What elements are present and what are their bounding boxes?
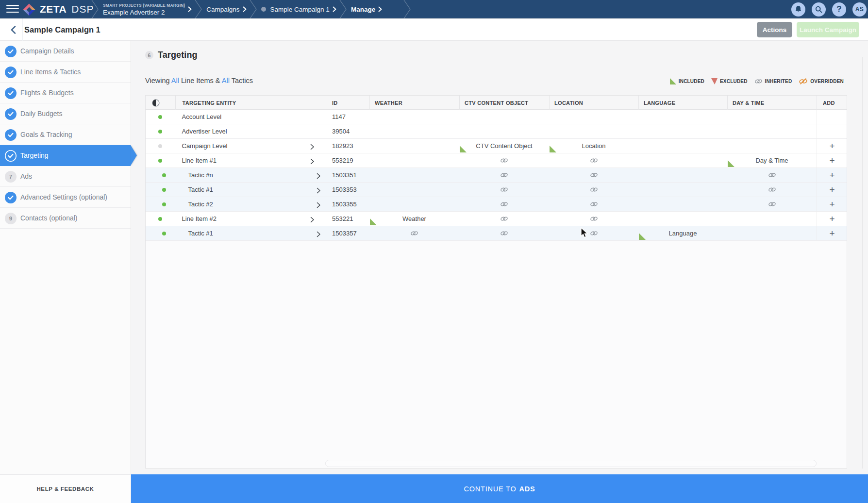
row-id-value: 1503353 <box>332 183 357 197</box>
targeting-cell-location[interactable] <box>549 197 638 211</box>
avatar-initials: AS <box>855 6 864 13</box>
targeting-cell-ctv[interactable] <box>459 197 549 211</box>
sidebar-item-goals-tracking[interactable]: Goals & Tracking <box>0 124 131 145</box>
breadcrumb-item-manage[interactable]: Manage <box>347 0 385 18</box>
row-expand-button[interactable] <box>317 172 321 181</box>
continue-to-ads-button[interactable]: CONTINUE TO ADS <box>131 474 868 503</box>
column-header-id: ID <box>326 96 369 110</box>
sidebar-item-campaign-details[interactable]: Campaign Details <box>0 41 131 62</box>
row-expand-button[interactable] <box>310 216 315 225</box>
sidebar-item-contacts-optional[interactable]: 9Contacts (optional) <box>0 208 131 229</box>
horizontal-scrollbar[interactable] <box>325 460 817 467</box>
status-dot-icon <box>261 7 266 12</box>
column-header-label: WEATHER <box>375 100 402 106</box>
row-status-dot-icon <box>158 159 162 163</box>
sidebar-item-flights-budgets[interactable]: Flights & Budgets <box>0 83 131 103</box>
step-number-badge: 6 <box>145 51 153 59</box>
add-targeting-button[interactable]: + <box>829 229 835 238</box>
targeting-cell-ctv[interactable] <box>459 153 549 168</box>
row-expand-button[interactable] <box>310 143 315 152</box>
column-header-toggle[interactable] <box>146 96 175 110</box>
breadcrumb-item-example-advertiser-2[interactable]: SMART PROJECTS (VARIABLE MARGIN)Example … <box>99 0 195 18</box>
column-header-label: DAY & TIME <box>733 100 764 106</box>
targeting-cell-language <box>638 168 727 182</box>
row-expand-button[interactable] <box>317 231 321 239</box>
launch-campaign-button[interactable]: Launch Campaign <box>797 22 859 37</box>
targeting-cell-ctv[interactable] <box>459 226 549 240</box>
table-row-account-level: Account Level1147 <box>146 110 847 124</box>
step-check-circle <box>5 46 17 57</box>
row-id-value: 553219 <box>332 153 353 168</box>
add-targeting-button[interactable]: + <box>829 200 835 209</box>
table-header-row: TARGETING ENTITYIDWEATHERCTV CONTENT OBJ… <box>146 96 847 110</box>
hamburger-menu-icon[interactable] <box>6 5 19 14</box>
sidebar-item-daily-budgets[interactable]: Daily Budgets <box>0 103 131 124</box>
targeting-cell-ctv[interactable] <box>459 183 549 197</box>
row-id-value: 1503357 <box>332 226 357 240</box>
add-targeting-cell: + <box>817 183 847 197</box>
back-chevron-icon <box>11 26 16 34</box>
filter-all-tactics-link[interactable]: All <box>222 77 230 84</box>
targeting-cell-language <box>638 124 727 138</box>
sidebar-item-label: Line Items & Tactics <box>20 68 81 76</box>
row-expand-button[interactable] <box>310 158 315 167</box>
sidebar-item-ads[interactable]: 7Ads <box>0 166 131 187</box>
add-targeting-button[interactable]: + <box>829 141 835 151</box>
row-id-cell: 1147 <box>326 110 369 124</box>
breadcrumb-item-campaigns[interactable]: Campaigns <box>202 0 249 18</box>
app-screen: ZETA DSP SMART PROJECTS (VARIABLE MARGIN… <box>0 0 868 503</box>
breadcrumb: SMART PROJECTS (VARIABLE MARGIN)Example … <box>91 0 411 18</box>
add-targeting-cell <box>817 110 847 124</box>
add-targeting-button[interactable]: + <box>829 170 835 180</box>
targeting-cell-weather[interactable] <box>369 226 459 240</box>
help-button[interactable]: ? <box>832 2 846 17</box>
targeting-cell-daytime[interactable] <box>727 197 817 211</box>
targeting-cell-location[interactable]: Location <box>549 139 638 153</box>
table-row-line-item-1: Line Item #1553219Day & Time+ <box>146 153 847 168</box>
sidebar-item-label: Flights & Budgets <box>20 89 74 97</box>
breadcrumb-separator <box>403 0 411 18</box>
targeting-cell-location[interactable] <box>549 168 638 182</box>
breadcrumb-separator <box>91 0 99 18</box>
targeting-cell-language <box>638 197 727 211</box>
filter-all-line-items-link[interactable]: All <box>171 77 179 84</box>
targeting-cell-location[interactable] <box>549 212 638 226</box>
targeting-cell-weather[interactable]: Weather <box>369 212 459 226</box>
targeting-cell-daytime[interactable] <box>727 183 817 197</box>
targeting-cell-ctv[interactable] <box>459 168 549 182</box>
help-feedback-button[interactable]: HELP & FEEDBACK <box>0 474 131 503</box>
back-button[interactable] <box>4 18 23 41</box>
targeting-cell-ctv[interactable] <box>459 212 549 226</box>
user-avatar[interactable]: AS <box>852 2 867 17</box>
targeting-cell-daytime[interactable]: Day & Time <box>727 153 817 168</box>
sidebar-item-targeting[interactable]: Targeting <box>0 145 131 166</box>
add-targeting-button[interactable]: + <box>829 214 835 223</box>
targeting-cell-daytime <box>727 226 817 240</box>
row-entity-label: Advertiser Level <box>182 124 227 138</box>
inherited-link-icon <box>590 172 598 178</box>
notifications-button[interactable] <box>791 2 805 17</box>
add-targeting-button[interactable]: + <box>829 185 835 194</box>
sidebar-item-advanced-settings-optional[interactable]: Advanced Settings (optional) <box>0 187 131 208</box>
sidebar-item-label: Targeting <box>20 151 49 159</box>
targeting-cell-ctv[interactable]: CTV Content Object <box>459 139 549 153</box>
targeting-cell-location[interactable] <box>549 153 638 168</box>
add-targeting-cell: + <box>817 226 847 240</box>
table-body: Account Level1147Advertiser Level39504Ca… <box>146 110 847 241</box>
brand-logo[interactable]: ZETA DSP <box>23 0 94 18</box>
table-row-tactic-1: Tactic #11503353+ <box>146 183 847 197</box>
targeting-cell-language[interactable]: Language <box>638 226 727 240</box>
add-targeting-button[interactable]: + <box>829 156 835 165</box>
column-header-location: LOCATION <box>549 96 638 110</box>
search-button[interactable] <box>812 2 826 17</box>
breadcrumb-item-sample-campaign-1[interactable]: Sample Campaign 1 <box>257 0 339 18</box>
targeting-cell-location[interactable] <box>549 226 638 240</box>
targeting-cell-daytime[interactable] <box>727 168 817 182</box>
breadcrumb-label: Example Advertiser 2 <box>103 9 185 16</box>
targeting-cell-location[interactable] <box>549 183 638 197</box>
row-expand-button[interactable] <box>317 201 321 210</box>
sidebar-item-line-items-tactics[interactable]: Line Items & Tactics <box>0 62 131 83</box>
inherited-link-icon <box>590 157 598 164</box>
actions-button[interactable]: Actions <box>757 22 792 37</box>
row-expand-button[interactable] <box>317 187 321 196</box>
